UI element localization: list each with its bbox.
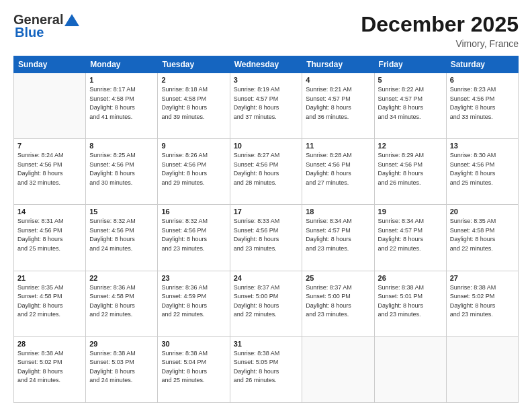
calendar-header-row: Sunday Monday Tuesday Wednesday Thursday… bbox=[14, 56, 519, 73]
day-info: Sunrise: 8:19 AMSunset: 4:57 PMDaylight:… bbox=[234, 86, 280, 120]
table-row: 12Sunrise: 8:29 AMSunset: 4:56 PMDayligh… bbox=[374, 139, 446, 205]
table-row: 14Sunrise: 8:31 AMSunset: 4:56 PMDayligh… bbox=[14, 205, 86, 271]
day-number: 17 bbox=[234, 208, 299, 216]
day-number: 15 bbox=[89, 208, 154, 216]
col-monday: Monday bbox=[86, 56, 158, 73]
day-number: 6 bbox=[450, 76, 515, 84]
table-row: 24Sunrise: 8:37 AMSunset: 5:00 PMDayligh… bbox=[230, 271, 302, 336]
day-info: Sunrise: 8:24 AMSunset: 4:56 PMDaylight:… bbox=[17, 152, 64, 186]
day-info: Sunrise: 8:38 AMSunset: 5:03 PMDaylight:… bbox=[89, 350, 136, 384]
day-number: 24 bbox=[234, 274, 299, 282]
table-row: 7Sunrise: 8:24 AMSunset: 4:56 PMDaylight… bbox=[14, 139, 86, 205]
day-number: 31 bbox=[234, 340, 299, 348]
day-number: 4 bbox=[306, 76, 370, 84]
day-info: Sunrise: 8:36 AMSunset: 4:59 PMDaylight:… bbox=[161, 284, 208, 318]
table-row: 6Sunrise: 8:23 AMSunset: 4:56 PMDaylight… bbox=[446, 73, 518, 139]
table-row: 16Sunrise: 8:32 AMSunset: 4:56 PMDayligh… bbox=[158, 205, 230, 271]
day-number: 19 bbox=[378, 208, 443, 216]
day-number: 27 bbox=[450, 274, 515, 282]
day-info: Sunrise: 8:35 AMSunset: 4:58 PMDaylight:… bbox=[450, 218, 496, 252]
table-row bbox=[446, 336, 518, 402]
day-number: 7 bbox=[17, 142, 82, 150]
day-info: Sunrise: 8:33 AMSunset: 4:56 PMDaylight:… bbox=[234, 218, 280, 252]
day-number: 30 bbox=[161, 340, 226, 348]
table-row: 29Sunrise: 8:38 AMSunset: 5:03 PMDayligh… bbox=[86, 336, 158, 402]
day-number: 9 bbox=[161, 142, 226, 150]
table-row: 28Sunrise: 8:38 AMSunset: 5:02 PMDayligh… bbox=[14, 336, 86, 402]
day-number: 11 bbox=[306, 142, 370, 150]
table-row: 19Sunrise: 8:34 AMSunset: 4:57 PMDayligh… bbox=[374, 205, 446, 271]
table-row: 13Sunrise: 8:30 AMSunset: 4:56 PMDayligh… bbox=[446, 139, 518, 205]
day-number: 3 bbox=[234, 76, 299, 84]
day-number: 20 bbox=[450, 208, 515, 216]
day-info: Sunrise: 8:36 AMSunset: 4:58 PMDaylight:… bbox=[89, 284, 136, 318]
table-row: 5Sunrise: 8:22 AMSunset: 4:57 PMDaylight… bbox=[374, 73, 446, 139]
table-row: 31Sunrise: 8:38 AMSunset: 5:05 PMDayligh… bbox=[230, 336, 302, 402]
table-row: 4Sunrise: 8:21 AMSunset: 4:57 PMDaylight… bbox=[302, 73, 374, 139]
calendar-week-row: 1Sunrise: 8:17 AMSunset: 4:58 PMDaylight… bbox=[14, 73, 519, 139]
day-number: 5 bbox=[378, 76, 443, 84]
day-info: Sunrise: 8:21 AMSunset: 4:57 PMDaylight:… bbox=[306, 86, 352, 120]
calendar-week-row: 21Sunrise: 8:35 AMSunset: 4:58 PMDayligh… bbox=[14, 271, 519, 336]
calendar-week-row: 28Sunrise: 8:38 AMSunset: 5:02 PMDayligh… bbox=[14, 336, 519, 402]
table-row: 2Sunrise: 8:18 AMSunset: 4:58 PMDaylight… bbox=[158, 73, 230, 139]
day-number: 12 bbox=[378, 142, 443, 150]
day-info: Sunrise: 8:34 AMSunset: 4:57 PMDaylight:… bbox=[306, 218, 352, 252]
calendar-week-row: 7Sunrise: 8:24 AMSunset: 4:56 PMDaylight… bbox=[14, 139, 519, 205]
table-row: 9Sunrise: 8:26 AMSunset: 4:56 PMDaylight… bbox=[158, 139, 230, 205]
table-row: 25Sunrise: 8:37 AMSunset: 5:00 PMDayligh… bbox=[302, 271, 374, 336]
day-info: Sunrise: 8:30 AMSunset: 4:56 PMDaylight:… bbox=[450, 152, 496, 186]
table-row: 17Sunrise: 8:33 AMSunset: 4:56 PMDayligh… bbox=[230, 205, 302, 271]
day-info: Sunrise: 8:18 AMSunset: 4:58 PMDaylight:… bbox=[161, 86, 208, 120]
day-number: 26 bbox=[378, 274, 443, 282]
day-info: Sunrise: 8:38 AMSunset: 5:05 PMDaylight:… bbox=[234, 350, 280, 384]
col-sunday: Sunday bbox=[14, 56, 86, 73]
col-friday: Friday bbox=[374, 56, 446, 73]
table-row: 20Sunrise: 8:35 AMSunset: 4:58 PMDayligh… bbox=[446, 205, 518, 271]
day-number: 23 bbox=[161, 274, 226, 282]
day-number: 13 bbox=[450, 142, 515, 150]
day-info: Sunrise: 8:22 AMSunset: 4:57 PMDaylight:… bbox=[378, 86, 425, 120]
day-info: Sunrise: 8:25 AMSunset: 4:56 PMDaylight:… bbox=[89, 152, 136, 186]
day-info: Sunrise: 8:32 AMSunset: 4:56 PMDaylight:… bbox=[161, 218, 208, 252]
table-row: 8Sunrise: 8:25 AMSunset: 4:56 PMDaylight… bbox=[86, 139, 158, 205]
day-number: 28 bbox=[17, 340, 82, 348]
col-wednesday: Wednesday bbox=[230, 56, 302, 73]
day-number: 8 bbox=[89, 142, 154, 150]
title-block: December 2025 Vimory, France bbox=[361, 12, 519, 49]
day-info: Sunrise: 8:38 AMSunset: 5:04 PMDaylight:… bbox=[161, 350, 208, 384]
location: Vimory, France bbox=[361, 38, 519, 49]
day-number: 14 bbox=[17, 208, 82, 216]
logo-icon bbox=[64, 14, 79, 26]
day-info: Sunrise: 8:37 AMSunset: 5:00 PMDaylight:… bbox=[234, 284, 280, 318]
table-row: 27Sunrise: 8:38 AMSunset: 5:02 PMDayligh… bbox=[446, 271, 518, 336]
calendar-table: Sunday Monday Tuesday Wednesday Thursday… bbox=[13, 56, 519, 403]
svg-marker-0 bbox=[64, 14, 79, 26]
table-row: 15Sunrise: 8:32 AMSunset: 4:56 PMDayligh… bbox=[86, 205, 158, 271]
table-row: 10Sunrise: 8:27 AMSunset: 4:56 PMDayligh… bbox=[230, 139, 302, 205]
table-row: 3Sunrise: 8:19 AMSunset: 4:57 PMDaylight… bbox=[230, 73, 302, 139]
day-info: Sunrise: 8:38 AMSunset: 5:02 PMDaylight:… bbox=[17, 350, 64, 384]
logo: General Blue bbox=[13, 12, 79, 40]
month-title: December 2025 bbox=[361, 12, 519, 37]
day-number: 21 bbox=[17, 274, 82, 282]
col-tuesday: Tuesday bbox=[158, 56, 230, 73]
calendar-week-row: 14Sunrise: 8:31 AMSunset: 4:56 PMDayligh… bbox=[14, 205, 519, 271]
day-info: Sunrise: 8:35 AMSunset: 4:58 PMDaylight:… bbox=[17, 284, 64, 318]
table-row: 21Sunrise: 8:35 AMSunset: 4:58 PMDayligh… bbox=[14, 271, 86, 336]
day-number: 16 bbox=[161, 208, 226, 216]
day-number: 1 bbox=[89, 76, 154, 84]
col-thursday: Thursday bbox=[302, 56, 374, 73]
header: General Blue December 2025 Vimory, Franc… bbox=[13, 12, 519, 49]
day-number: 18 bbox=[306, 208, 370, 216]
day-info: Sunrise: 8:17 AMSunset: 4:58 PMDaylight:… bbox=[89, 86, 136, 120]
day-number: 10 bbox=[234, 142, 299, 150]
day-info: Sunrise: 8:38 AMSunset: 5:02 PMDaylight:… bbox=[450, 284, 496, 318]
day-number: 2 bbox=[161, 76, 226, 84]
page: General Blue December 2025 Vimory, Franc… bbox=[0, 0, 532, 411]
day-info: Sunrise: 8:31 AMSunset: 4:56 PMDaylight:… bbox=[17, 218, 64, 252]
table-row: 22Sunrise: 8:36 AMSunset: 4:58 PMDayligh… bbox=[86, 271, 158, 336]
day-info: Sunrise: 8:37 AMSunset: 5:00 PMDaylight:… bbox=[306, 284, 352, 318]
day-info: Sunrise: 8:27 AMSunset: 4:56 PMDaylight:… bbox=[234, 152, 280, 186]
table-row: 11Sunrise: 8:28 AMSunset: 4:56 PMDayligh… bbox=[302, 139, 374, 205]
